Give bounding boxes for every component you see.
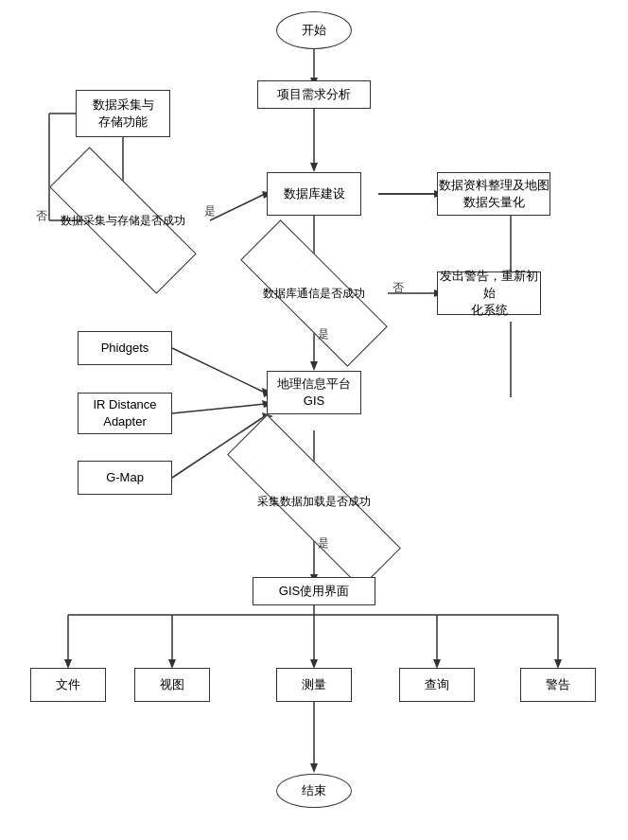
gis-node: 地理信息平台GIS: [267, 371, 361, 414]
data-collect-q-label: 数据采集与存储是否成功: [61, 213, 185, 229]
data-collect-q-node: 数据采集与存储是否成功: [47, 192, 199, 249]
gis-ui-node: GIS使用界面: [253, 577, 375, 605]
end-node: 结束: [276, 774, 352, 808]
svg-marker-42: [310, 763, 318, 773]
measure-node: 测量: [276, 668, 352, 702]
load-q-label: 采集数据加载是否成功: [257, 494, 371, 510]
svg-marker-18: [310, 361, 318, 371]
file-node: 文件: [30, 668, 106, 702]
query-label: 查询: [425, 676, 449, 693]
data-resource-node: 数据资料整理及地图数据矢量化: [437, 172, 550, 216]
alert2-label: 警告: [546, 676, 570, 693]
yes-label-3: 是: [318, 535, 329, 551]
db-comm-q-node: 数据库通信是否成功: [238, 265, 390, 322]
file-label: 文件: [56, 676, 80, 693]
data-resource-label: 数据资料整理及地图数据矢量化: [439, 177, 550, 211]
start-node: 开始: [276, 11, 352, 49]
measure-label: 测量: [302, 676, 326, 693]
requirements-node: 项目需求分析: [257, 80, 371, 109]
gmap-node: G-Map: [78, 461, 172, 495]
yes-label-2: 是: [318, 326, 329, 342]
yes-label-1: 是: [204, 203, 216, 219]
query-node: 查询: [399, 668, 475, 702]
alert-label: 发出警告，重新初始化系统: [438, 268, 540, 320]
start-label: 开始: [302, 22, 326, 39]
gis-label: 地理信息平台GIS: [277, 376, 351, 410]
gis-ui-label: GIS使用界面: [279, 583, 349, 600]
ir-adapter-label: IR DistanceAdapter: [93, 396, 156, 430]
load-q-node: 采集数据加载是否成功: [219, 473, 409, 530]
alert2-node: 警告: [520, 668, 596, 702]
svg-line-19: [172, 348, 265, 393]
phidgets-label: Phidgets: [101, 340, 149, 357]
gmap-label: G-Map: [106, 469, 144, 486]
view-node: 视图: [134, 668, 210, 702]
data-collect-node: 数据采集与存储功能: [76, 90, 170, 137]
no-label-1: 否: [36, 208, 47, 224]
flowchart: 开始 项目需求分析 数据采集与存储功能 数据采集与存储是否成功 数据库建设 数据…: [0, 0, 628, 840]
requirements-label: 项目需求分析: [277, 86, 351, 103]
phidgets-node: Phidgets: [78, 331, 172, 365]
db-build-node: 数据库建设: [267, 172, 361, 216]
db-comm-q-label: 数据库通信是否成功: [263, 286, 365, 302]
ir-adapter-node: IR DistanceAdapter: [78, 393, 172, 434]
svg-line-21: [172, 404, 265, 413]
end-label: 结束: [302, 782, 326, 799]
data-collect-label: 数据采集与存储功能: [93, 96, 154, 131]
svg-line-6: [210, 194, 265, 220]
view-label: 视图: [160, 676, 184, 693]
no-label-2: 否: [392, 280, 404, 296]
svg-marker-3: [310, 163, 318, 172]
alert-node: 发出警告，重新初始化系统: [437, 271, 541, 315]
db-build-label: 数据库建设: [284, 185, 345, 202]
